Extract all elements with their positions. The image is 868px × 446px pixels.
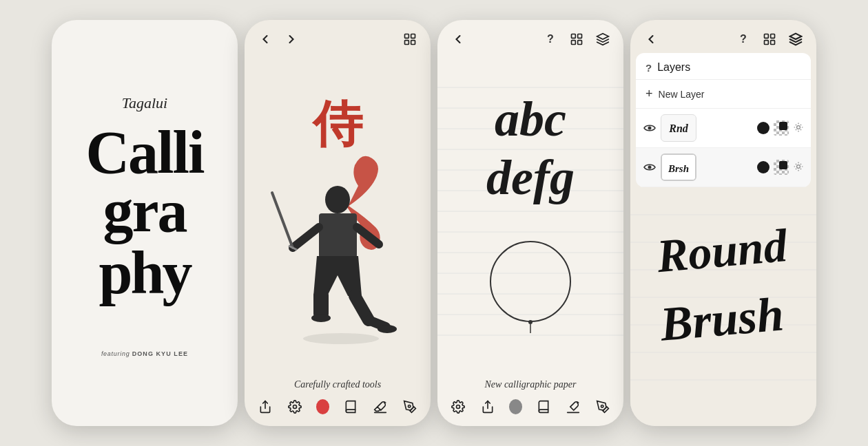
svg-text:phy: phy <box>99 240 193 306</box>
svg-rect-56 <box>771 41 775 45</box>
help-button-layers[interactable]: ? <box>734 30 753 49</box>
layers-header: ? Layers <box>636 53 811 80</box>
svg-rect-5 <box>411 34 415 39</box>
grid-button-layers[interactable] <box>760 30 779 49</box>
top-nav-paper: ? <box>437 20 623 53</box>
calligraphy-main-text: Calli gra phy <box>69 118 220 331</box>
svg-point-52 <box>601 405 603 407</box>
samurai-illustration: 侍 <box>258 83 417 344</box>
svg-text:Brush: Brush <box>657 287 785 350</box>
svg-text:gra: gra <box>103 178 187 244</box>
phone-samurai: 侍 <box>245 20 431 426</box>
svg-text:abc: abc <box>495 92 566 147</box>
svg-point-19 <box>378 325 397 333</box>
grid-button[interactable] <box>400 30 420 49</box>
layer-controls-round <box>757 120 804 136</box>
circle-shape <box>482 237 579 339</box>
book-button-paper[interactable] <box>535 397 552 416</box>
phone-calligraphy: Tagalui Calli gra phy featuring DONG KYU… <box>52 20 238 426</box>
abc-text: abc defg <box>437 67 623 221</box>
svg-text:Calli: Calli <box>86 119 205 186</box>
svg-point-61 <box>797 125 800 129</box>
svg-point-65 <box>797 164 800 168</box>
layer-row-brush: Brsh <box>636 148 811 187</box>
settings-button[interactable] <box>287 397 304 416</box>
eraser-button-paper[interactable] <box>564 397 581 416</box>
layer-color-round[interactable] <box>757 122 769 134</box>
share-button-paper[interactable] <box>479 397 497 416</box>
svg-rect-27 <box>572 41 576 45</box>
new-layer-row[interactable]: + New Layer <box>636 80 811 109</box>
svg-text:Tagalui: Tagalui <box>122 94 167 111</box>
paper-canvas: abc defg <box>437 53 623 374</box>
layers-button-paper[interactable] <box>593 30 612 49</box>
tagalui-script: Tagalui <box>110 89 179 114</box>
svg-rect-7 <box>411 41 415 45</box>
pen-button[interactable] <box>401 397 418 416</box>
layer-gear-brush[interactable] <box>793 161 804 174</box>
forward-button[interactable] <box>282 30 301 49</box>
svg-rect-9 <box>319 213 357 258</box>
book-button[interactable] <box>342 397 359 416</box>
top-nav-layers: ? <box>630 20 816 53</box>
svg-rect-25 <box>572 34 576 39</box>
svg-rect-4 <box>405 34 409 39</box>
round-brush-art: Round Brush <box>630 187 816 394</box>
new-layer-label: New Layer <box>659 89 705 100</box>
red-color-dot[interactable] <box>316 399 330 414</box>
layer-gear-round[interactable] <box>793 122 804 135</box>
settings-button-paper[interactable] <box>450 397 467 416</box>
svg-text:侍: 侍 <box>311 97 363 152</box>
svg-text:defg: defg <box>486 150 575 205</box>
svg-point-46 <box>490 242 570 321</box>
layer-opacity-round[interactable] <box>774 120 789 136</box>
svg-point-18 <box>311 314 331 322</box>
pen-button-paper[interactable] <box>594 397 611 416</box>
svg-rect-15 <box>313 293 329 317</box>
svg-rect-26 <box>578 34 582 39</box>
byline: featuring DONG KYU LEE <box>101 350 188 357</box>
back-button-paper[interactable] <box>448 30 468 49</box>
phone-paper: ? <box>437 20 623 426</box>
layers-button-active[interactable] <box>786 30 805 49</box>
eraser-button[interactable] <box>371 397 389 416</box>
new-layer-plus-icon: + <box>645 87 653 101</box>
svg-line-11 <box>293 227 319 248</box>
grid-button-paper[interactable] <box>567 30 586 49</box>
help-button-paper[interactable]: ? <box>541 30 560 49</box>
svg-marker-29 <box>597 34 609 39</box>
svg-marker-57 <box>790 34 802 39</box>
svg-point-10 <box>325 186 350 213</box>
svg-point-22 <box>293 405 297 409</box>
svg-point-62 <box>648 166 652 169</box>
brush-canvas: Round Brush <box>630 187 816 426</box>
svg-point-49 <box>457 405 460 409</box>
layer-thumb-brush[interactable]: Brsh <box>661 153 696 181</box>
layer-controls-brush <box>757 160 804 175</box>
top-nav <box>245 20 431 53</box>
layer-thumb-round[interactable]: Rnd <box>661 114 696 142</box>
layer-opacity-brush[interactable] <box>774 160 789 175</box>
layers-help-icon[interactable]: ? <box>645 62 652 74</box>
layer-color-brush[interactable] <box>757 161 769 173</box>
subtitle-paper: New calligraphic paper <box>437 374 623 390</box>
svg-point-20 <box>303 333 379 344</box>
svg-line-12 <box>272 193 293 248</box>
svg-point-47 <box>528 320 533 324</box>
gray-color-dot[interactable] <box>509 399 523 414</box>
back-button-layers[interactable] <box>641 30 661 49</box>
layers-title: Layers <box>657 61 690 74</box>
svg-point-58 <box>648 127 652 130</box>
svg-rect-53 <box>765 34 769 39</box>
svg-point-24 <box>408 405 410 407</box>
layer-row-round: Rnd <box>636 109 811 148</box>
bottom-nav-paper <box>437 390 623 426</box>
bottom-nav <box>245 390 431 426</box>
layer-eye-round[interactable] <box>643 121 657 135</box>
share-button[interactable] <box>257 397 274 416</box>
layer-eye-brush[interactable] <box>643 160 657 174</box>
svg-rect-54 <box>771 34 775 39</box>
back-button[interactable] <box>256 30 275 49</box>
svg-text:Rnd: Rnd <box>668 123 689 134</box>
svg-rect-55 <box>765 41 769 45</box>
